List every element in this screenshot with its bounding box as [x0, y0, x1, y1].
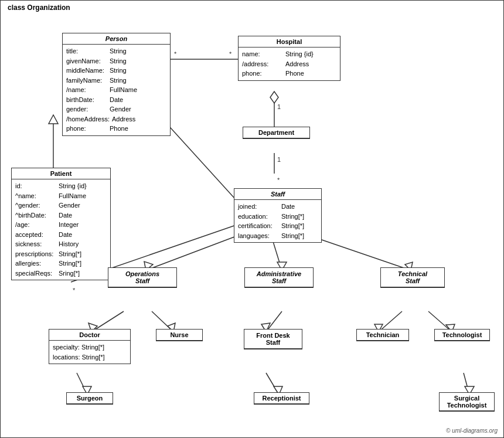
administrative-staff-class-name: AdministrativeStaff	[245, 268, 313, 287]
patient-class-attrs: id:String {id} ^name:FullName ^gender:Ge…	[12, 179, 110, 280]
patient-class-name: Patient	[12, 168, 110, 179]
person-class-attrs: title:String givenName:String middleName…	[63, 45, 170, 135]
svg-marker-12	[49, 115, 58, 124]
technician-class-name: Technician	[357, 330, 408, 341]
surgeon-class: Surgeon	[66, 392, 113, 405]
doctor-class: Doctor specialty: String[*] locations: S…	[49, 329, 131, 364]
staff-class-name: Staff	[234, 189, 321, 200]
technical-staff-class-name: TechnicalStaff	[381, 268, 444, 287]
svg-line-31	[77, 373, 87, 395]
nurse-class-name: Nurse	[156, 330, 202, 341]
department-class: Department	[243, 127, 310, 139]
svg-text:*: *	[174, 50, 177, 57]
svg-line-35	[464, 373, 469, 395]
person-class: Person title:String givenName:String mid…	[62, 33, 171, 136]
hospital-class: Hospital name:String {id} /address:Addre…	[238, 36, 340, 81]
receptionist-class: Receptionist	[254, 392, 309, 405]
surgical-technologist-class-name: SurgicalTechnologist	[440, 393, 494, 411]
operations-staff-class-name: OperationsStaff	[108, 268, 176, 287]
copyright: © uml-diagrams.org	[446, 427, 498, 434]
technician-class: Technician	[356, 329, 409, 341]
technologist-class: Technologist	[434, 329, 490, 341]
technologist-class-name: Technologist	[435, 330, 489, 341]
svg-text:*: *	[277, 176, 280, 184]
front-desk-staff-class-name: Front DeskStaff	[244, 330, 302, 349]
doctor-class-name: Doctor	[49, 330, 130, 341]
svg-line-33	[266, 373, 279, 395]
receptionist-class-name: Receptionist	[254, 393, 309, 404]
person-class-name: Person	[63, 33, 170, 45]
svg-text:*: *	[229, 50, 232, 57]
surgeon-class-name: Surgeon	[67, 393, 113, 404]
patient-class: Patient id:String {id} ^name:FullName ^g…	[11, 168, 111, 280]
svg-text:1: 1	[277, 103, 281, 110]
surgical-technologist-class: SurgicalTechnologist	[439, 392, 495, 412]
nurse-class: Nurse	[156, 329, 203, 341]
svg-text:1: 1	[277, 156, 281, 163]
technical-staff-class: TechnicalStaff	[380, 267, 445, 288]
svg-line-15	[146, 232, 247, 270]
diagram-title: class Organization	[5, 3, 73, 12]
staff-class-attrs: joined:Date education:String[*] certific…	[234, 200, 321, 242]
administrative-staff-class: AdministrativeStaff	[244, 267, 314, 288]
staff-class: Staff joined:Date education:String[*] ce…	[234, 188, 322, 243]
svg-marker-4	[270, 91, 278, 103]
diagram-container: class Organization * * 1 * 1 *	[0, 0, 504, 438]
front-desk-staff-class: Front DeskStaff	[244, 329, 302, 349]
hospital-class-attrs: name:String {id} /address:Address phone:…	[239, 47, 340, 80]
doctor-class-attrs: specialty: String[*] locations: String[*…	[49, 341, 130, 364]
operations-staff-class: OperationsStaff	[108, 267, 177, 288]
svg-text:*: *	[73, 287, 76, 294]
department-class-name: Department	[243, 127, 309, 138]
hospital-class-name: Hospital	[239, 36, 340, 47]
